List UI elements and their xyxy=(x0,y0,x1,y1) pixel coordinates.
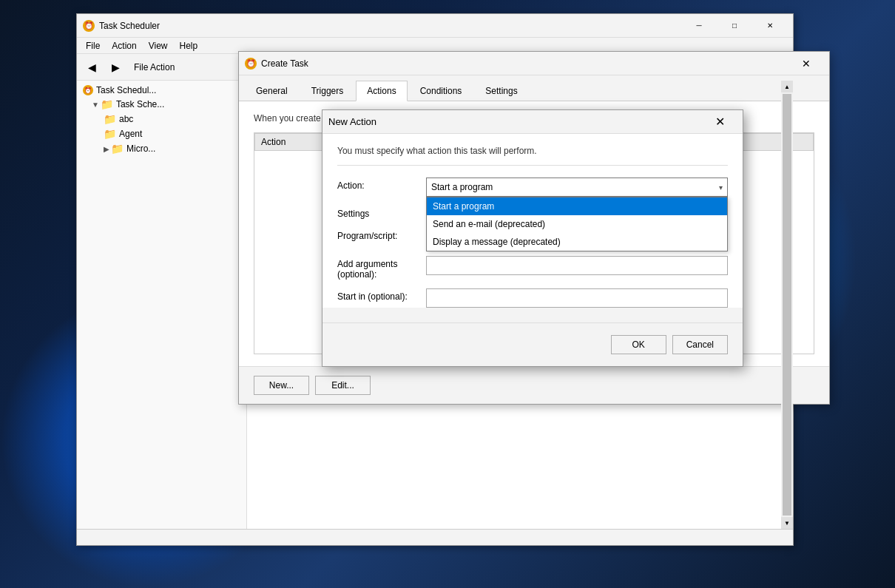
tree-item-taskscheduler[interactable]: ⏰ Task Schedul... xyxy=(80,84,243,97)
menu-help[interactable]: Help xyxy=(174,39,204,53)
create-task-footer: New... Edit... xyxy=(247,366,781,404)
taskscheduler-icon: ⏰ xyxy=(83,20,95,32)
tab-actions[interactable]: Actions xyxy=(356,81,407,101)
tree-folder-agent: 📁 xyxy=(104,128,116,140)
scroll-up-button[interactable]: ▲ xyxy=(781,81,793,92)
option-display-message[interactable]: Display a message (deprecated) xyxy=(427,233,727,251)
new-action-dialog: New Action ✕ You must specify what actio… xyxy=(322,109,743,367)
arguments-input-container xyxy=(426,256,728,275)
option-send-email[interactable]: Send an e-mail (deprecated) xyxy=(427,215,727,233)
tree-folder-micro: 📁 xyxy=(111,143,124,155)
maximize-button[interactable]: □ xyxy=(717,14,752,38)
startin-label: Start in (optional): xyxy=(337,288,426,302)
new-action-title: New Action xyxy=(328,116,703,127)
tree-label-agent: Agent xyxy=(119,129,142,139)
dropdown-menu: Start a program Send an e-mail (deprecat… xyxy=(426,197,728,251)
menu-action[interactable]: Action xyxy=(106,39,142,53)
task-scheduler-title: Task Scheduler xyxy=(99,21,682,31)
arguments-label: Add arguments (optional): xyxy=(337,256,426,280)
tree-item-micro[interactable]: ▶ 📁 Micro... xyxy=(80,141,243,156)
scrollbar-vertical[interactable]: ▲ ▼ xyxy=(781,81,793,529)
tree-item-agent[interactable]: 📁 Agent xyxy=(80,126,243,141)
tree-folder-library: 📁 xyxy=(101,98,113,110)
tree-arrow-micro: ▶ xyxy=(104,145,109,153)
forward-button[interactable]: ▶ xyxy=(104,57,127,78)
cancel-button[interactable]: Cancel xyxy=(672,335,728,354)
arguments-row: Add arguments (optional): xyxy=(337,256,728,280)
option-start-program[interactable]: Start a program xyxy=(427,197,727,215)
tab-conditions[interactable]: Conditions xyxy=(409,81,473,101)
tree-item-abc[interactable]: 📁 abc xyxy=(80,112,243,126)
tab-general[interactable]: General xyxy=(247,81,299,101)
minimize-button[interactable]: ─ xyxy=(682,14,716,38)
left-panel: ⏰ Task Schedul... ▼ 📁 Task Sche... 📁 abc… xyxy=(77,81,247,529)
new-action-footer: OK Cancel xyxy=(322,322,743,366)
tree-arrow-library: ▼ xyxy=(92,101,99,109)
tree-label-abc: abc xyxy=(119,114,133,124)
tree-label-micro: Micro... xyxy=(126,143,155,154)
startin-input[interactable] xyxy=(426,288,728,308)
action-field-row: Action: Start a program ▾ Start a progra… xyxy=(337,178,728,197)
menu-view[interactable]: View xyxy=(143,39,174,53)
action-dropdown-container: Start a program ▾ Start a program Send a… xyxy=(426,178,728,197)
new-action-close-button[interactable]: ✕ xyxy=(703,110,737,134)
tree-item-library[interactable]: ▼ 📁 Task Sche... xyxy=(80,97,243,112)
tab-triggers[interactable]: Triggers xyxy=(300,81,355,101)
tab-settings[interactable]: Settings xyxy=(474,81,528,101)
edit-button[interactable]: Edit... xyxy=(315,376,371,395)
status-bar xyxy=(77,529,793,545)
menu-file[interactable]: File xyxy=(80,39,106,53)
arguments-input[interactable] xyxy=(426,256,728,275)
tree-label-root: Task Schedul... xyxy=(96,85,156,95)
selected-value: Start a program xyxy=(431,182,493,192)
action-dropdown[interactable]: Start a program ▾ Start a program Send a… xyxy=(426,178,728,197)
dropdown-arrow-icon: ▾ xyxy=(719,183,723,192)
back-button[interactable]: ◀ xyxy=(80,57,104,78)
dropdown-selected-display[interactable]: Start a program ▾ xyxy=(426,178,728,197)
task-scheduler-titlebar: ⏰ Task Scheduler ─ □ ✕ xyxy=(77,14,793,38)
startin-row: Start in (optional): xyxy=(337,288,728,308)
program-label: Program/script: xyxy=(337,228,426,241)
scroll-thumb[interactable] xyxy=(783,94,791,516)
new-action-titlebar: New Action ✕ xyxy=(322,110,743,134)
ok-button[interactable]: OK xyxy=(611,335,666,354)
window-controls: ─ □ ✕ xyxy=(682,14,787,38)
tab-bar: General Triggers Actions Conditions Sett… xyxy=(247,81,781,101)
new-action-description: You must specify what action this task w… xyxy=(337,146,728,166)
file-action-button[interactable]: File Action xyxy=(127,57,181,78)
action-label: Action: xyxy=(337,178,426,191)
startin-input-container xyxy=(426,288,728,308)
settings-label: Settings xyxy=(337,206,426,219)
new-action-body: You must specify what action this task w… xyxy=(322,134,743,308)
close-button[interactable]: ✕ xyxy=(753,14,787,38)
tree-label-library: Task Sche... xyxy=(116,99,164,109)
scroll-down-button[interactable]: ▼ xyxy=(781,517,793,529)
tree-icon-root: ⏰ xyxy=(83,85,93,95)
tree-folder-abc: 📁 xyxy=(104,113,116,125)
new-button[interactable]: New... xyxy=(254,376,309,395)
